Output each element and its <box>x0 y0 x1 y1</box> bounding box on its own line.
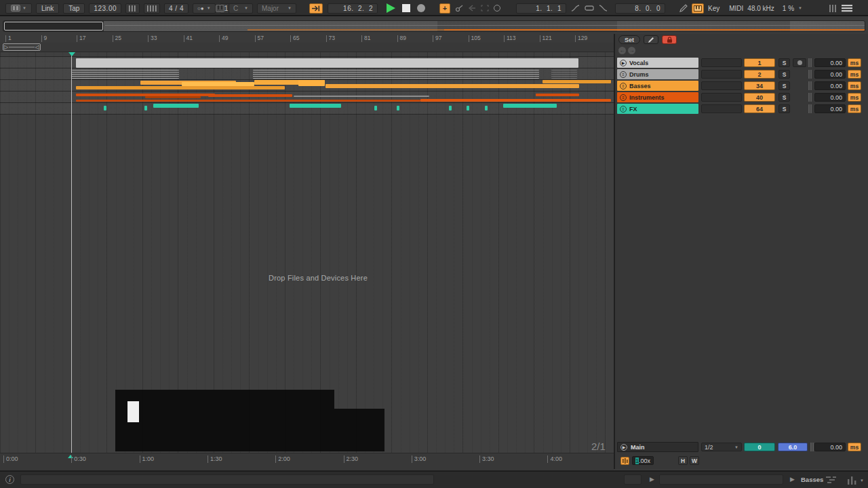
track-header-basses[interactable]: ≡Basses34S0.00ms <box>615 81 868 92</box>
solo-button[interactable]: S <box>778 81 790 90</box>
solo-button[interactable]: S <box>778 93 790 102</box>
main-track-name-cell[interactable]: ▶ Main <box>617 442 698 452</box>
menu-icon[interactable]: ≡ <box>620 106 627 113</box>
track-delay-value[interactable]: 0.00 <box>814 81 846 90</box>
set-button[interactable]: Set <box>618 35 640 44</box>
track-delay-value[interactable]: 0.00 <box>814 104 846 113</box>
menu-icon[interactable]: ≡ <box>620 83 627 89</box>
chevron-down-icon[interactable]: ▼ <box>860 479 864 483</box>
beat-time-ruler[interactable]: 191725334149576573818997105113121129 <box>0 34 614 43</box>
cpu-load-readout[interactable]: 1 % <box>783 5 794 12</box>
track-delay-value[interactable]: 0.00 <box>814 93 846 102</box>
main-volume-fader[interactable]: 6.0 <box>778 443 808 451</box>
computer-midi-keyboard-button[interactable] <box>692 3 704 14</box>
clip-segment[interactable] <box>397 106 399 110</box>
track-io-cell[interactable] <box>701 104 742 113</box>
key-scale-menu[interactable]: Major ▼ <box>257 3 296 14</box>
track-delay-unit[interactable]: ms <box>848 93 861 102</box>
arrangement-position-field[interactable]: 16. 2. 2 <box>328 3 378 14</box>
clip-segment[interactable] <box>76 86 285 89</box>
clip-detail-icon[interactable] <box>826 476 837 485</box>
tempo-follower-icon[interactable] <box>620 457 629 465</box>
main-pan-knob[interactable]: 0 <box>744 443 775 451</box>
clip-segment[interactable] <box>294 96 429 97</box>
loop-start-field[interactable]: 1. 1. 1 <box>516 3 566 14</box>
overdub-button[interactable]: + <box>439 3 450 14</box>
track-input-channel[interactable]: 2 <box>744 70 775 79</box>
solo-button[interactable]: S <box>778 58 790 67</box>
track-input-channel[interactable]: 1 <box>744 58 775 67</box>
stop-button[interactable] <box>402 4 410 12</box>
clip-segment[interactable] <box>76 58 578 68</box>
menu-hamburger-icon[interactable] <box>842 4 852 12</box>
app-view-switcher[interactable]: ▼ <box>5 3 32 14</box>
clip-segment[interactable] <box>208 94 292 97</box>
arrangement-record-button[interactable] <box>417 4 425 12</box>
main-track-header[interactable]: ▶ Main 1/2 ▼ 0 6.0 0.00 ms <box>615 442 868 453</box>
key-map-toggle[interactable]: Key <box>708 5 719 12</box>
nudge-up-button[interactable] <box>144 3 160 14</box>
clip-segment[interactable] <box>551 70 577 79</box>
clip-segment[interactable] <box>290 104 341 108</box>
clip-segment[interactable] <box>536 94 579 96</box>
track-name-cell[interactable]: ▶Vocals <box>617 58 698 68</box>
clip-segment[interactable] <box>542 80 611 83</box>
forward-arrow-button[interactable]: → <box>628 47 635 54</box>
track-header-drums[interactable]: ≡Drums2S0.00ms <box>615 69 868 80</box>
track-header-instruments[interactable]: ≡Instruments40S0.00ms <box>615 92 868 103</box>
clip-segment[interactable] <box>72 70 179 79</box>
clip-segment[interactable] <box>420 99 611 102</box>
track-input-channel[interactable]: 40 <box>744 93 775 102</box>
preview-play-icon[interactable]: ▶ <box>650 476 654 483</box>
menu-icon[interactable]: ≡ <box>620 94 627 101</box>
arm-button[interactable] <box>793 58 806 67</box>
metronome-button[interactable]: ○● ▼ <box>193 3 216 14</box>
time-signature-field[interactable]: 4 / 4 <box>164 3 189 14</box>
track-name-cell[interactable]: ≡Basses <box>617 81 698 91</box>
draw-automation-button[interactable] <box>644 35 658 44</box>
clip-segment[interactable] <box>253 70 539 79</box>
play-button[interactable] <box>387 3 395 13</box>
track-delay-unit[interactable]: ms <box>848 70 861 79</box>
clip-segment[interactable] <box>104 106 106 110</box>
link-button[interactable]: Link <box>36 3 59 14</box>
clip-segment[interactable] <box>326 84 579 88</box>
loop-brace[interactable]: ▷◁ <box>3 43 41 51</box>
loop-end-handle-icon[interactable]: ◁ <box>35 45 39 50</box>
track-io-cell[interactable] <box>701 93 742 102</box>
track-name-cell[interactable]: ≡FX <box>617 104 698 114</box>
clip-segment[interactable] <box>145 96 201 98</box>
tap-tempo-button[interactable]: Tap <box>63 3 85 14</box>
track-io-cell[interactable] <box>701 70 742 79</box>
nudge-down-button[interactable] <box>125 3 140 14</box>
clip-segment[interactable] <box>485 106 488 110</box>
track-delay-value[interactable]: 0.00 <box>814 70 846 79</box>
clip-segment[interactable] <box>449 106 452 110</box>
height-zoom-button[interactable]: H <box>678 456 688 465</box>
clip-segment[interactable] <box>144 106 147 110</box>
loop-length-field[interactable]: 8. 0. 0 <box>615 3 665 14</box>
track-input-channel[interactable]: 34 <box>744 81 775 90</box>
clip-play-icon[interactable]: ▶ <box>790 476 795 483</box>
clip-segment[interactable] <box>298 80 325 86</box>
clip-segment[interactable] <box>153 104 199 108</box>
main-delay-unit[interactable]: ms <box>848 443 861 451</box>
level-meters-icon[interactable] <box>848 476 856 485</box>
playback-speed-field[interactable]: 1.00x <box>632 456 654 465</box>
track-delay-unit[interactable]: ms <box>848 104 861 113</box>
follow-button[interactable] <box>309 3 323 14</box>
playhead-marker-icon[interactable] <box>68 52 75 56</box>
clip-segment[interactable] <box>76 100 420 102</box>
clip-segment[interactable] <box>182 82 254 86</box>
track-header-vocals[interactable]: ▶Vocals1S0.00ms <box>615 58 868 68</box>
track-io-cell[interactable] <box>701 81 742 90</box>
arrangement-overview[interactable] <box>3 20 865 32</box>
clip-segment[interactable] <box>374 106 377 110</box>
session-record-icon[interactable] <box>494 5 500 12</box>
loop-start-handle-icon[interactable]: ▷ <box>4 45 8 50</box>
track-delay-unit[interactable]: ms <box>848 58 861 67</box>
main-delay-value[interactable]: 0.00 <box>814 443 846 451</box>
main-output-routing[interactable]: 1/2 ▼ <box>701 443 742 451</box>
solo-button[interactable]: S <box>778 70 790 79</box>
track-input-channel[interactable]: 64 <box>744 104 775 113</box>
